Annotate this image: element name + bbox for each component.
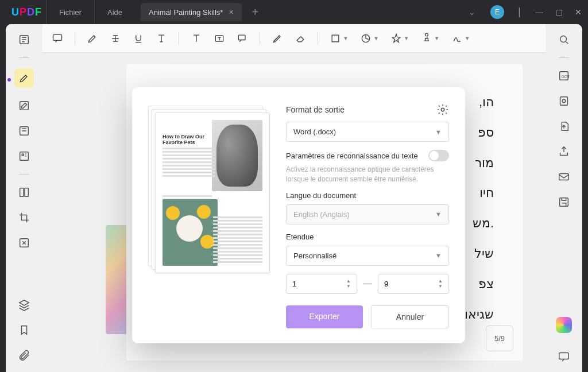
chevron-down-icon: ▼ xyxy=(435,252,442,259)
tab-title: Animal Painting Skills* xyxy=(149,8,223,17)
range-to-value: 9 xyxy=(384,280,388,288)
export-button[interactable]: Exporter xyxy=(286,305,363,328)
range-from-input[interactable]: 1 ▲▼ xyxy=(286,274,357,294)
range-to-input[interactable]: 9 ▲▼ xyxy=(378,274,449,294)
range-from-value: 1 xyxy=(292,280,296,288)
range-select[interactable]: Personnalisé ▼ xyxy=(286,246,449,266)
format-value: Word (.docx) xyxy=(293,127,336,136)
user-avatar[interactable]: E xyxy=(490,5,504,19)
lang-label: Langue du document xyxy=(286,191,449,200)
export-modal: How to Draw Our Favorite Pets xyxy=(132,87,465,343)
format-select[interactable]: Word (.docx) ▼ xyxy=(286,122,449,142)
preview-title: How to Draw Our Favorite Pets xyxy=(163,134,215,145)
range-dash: — xyxy=(363,278,372,289)
app-frame: ▼ ▼ ▼ ▼ ▼ הו, ספ מור חיו .מש שיל צפ שגיא… xyxy=(6,24,582,372)
window-minimize[interactable]: — xyxy=(529,4,549,20)
tab-strip: Animal Painting Skills* × + xyxy=(141,3,459,21)
svg-point-20 xyxy=(441,108,444,111)
menu-file[interactable]: Fichier xyxy=(46,0,94,24)
stepper-icon[interactable]: ▲▼ xyxy=(346,279,351,289)
export-preview: How to Draw Our Favorite Pets xyxy=(148,103,271,328)
menu-help[interactable]: Aide xyxy=(94,0,135,24)
document-tab[interactable]: Animal Painting Skills* × xyxy=(141,3,242,21)
gear-icon[interactable] xyxy=(436,103,449,116)
range-value: Personnalisé xyxy=(293,251,336,260)
close-icon[interactable]: × xyxy=(229,7,233,17)
preview-image-embroidery xyxy=(163,199,218,266)
cancel-button[interactable]: Annuler xyxy=(371,305,449,328)
window-maximize[interactable]: ▢ xyxy=(549,4,568,20)
range-label: Etendue xyxy=(286,232,449,241)
ocr-hint: Activez la reconnaissance optique de car… xyxy=(286,165,449,184)
app-logo: UPDF xyxy=(0,6,46,18)
preview-image-dog xyxy=(212,120,262,191)
language-value: English (Anglais) xyxy=(293,210,350,219)
export-form: Format de sortie Word (.docx) ▼ Paramètr… xyxy=(286,103,449,328)
language-select[interactable]: English (Anglais) ▼ xyxy=(286,204,449,224)
titlebar: UPDF Fichier Aide Animal Painting Skills… xyxy=(0,0,588,24)
ocr-label: Paramètres de reconnaissance du texte xyxy=(286,152,418,160)
divider: │ xyxy=(510,4,529,20)
tabs-dropdown[interactable]: ⌄ xyxy=(459,4,485,20)
ocr-toggle[interactable] xyxy=(428,150,449,161)
new-tab-button[interactable]: + xyxy=(246,6,265,19)
format-label: Format de sortie xyxy=(286,105,345,114)
window-close[interactable]: ✕ xyxy=(568,4,588,20)
chevron-down-icon: ▼ xyxy=(435,211,442,218)
chevron-down-icon: ▼ xyxy=(435,129,442,135)
stepper-icon[interactable]: ▲▼ xyxy=(438,279,443,289)
